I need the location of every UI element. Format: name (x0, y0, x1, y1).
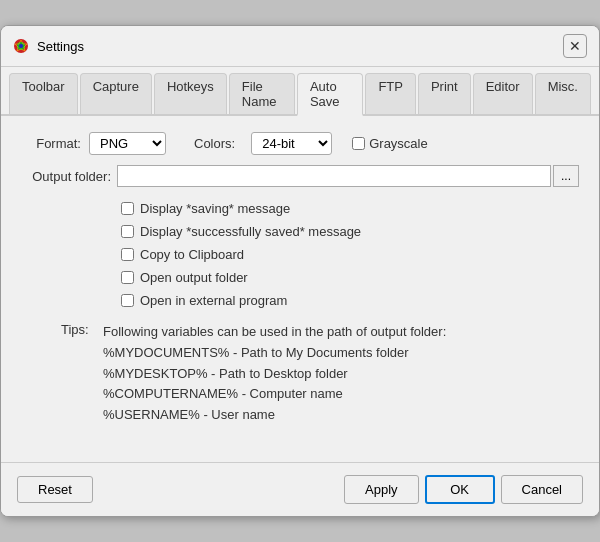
apply-button[interactable]: Apply (344, 475, 419, 504)
colors-label: Colors: (194, 136, 235, 151)
ok-button[interactable]: OK (425, 475, 495, 504)
output-folder-row: Output folder: ... (21, 165, 579, 187)
tab-hotkeys[interactable]: Hotkeys (154, 73, 227, 114)
title-bar-left: Settings (13, 38, 84, 54)
window-title: Settings (37, 39, 84, 54)
format-row: Format: PNG JPG BMP GIF TIFF Colors: 8-b… (21, 132, 579, 155)
tips-var-1: %MYDESKTOP% - Path to Desktop folder (103, 366, 348, 381)
tab-filename[interactable]: File Name (229, 73, 295, 114)
grayscale-row: Grayscale (352, 136, 428, 151)
saving-msg-checkbox[interactable] (121, 202, 134, 215)
tab-bar: Toolbar Capture Hotkeys File Name Auto S… (1, 67, 599, 116)
close-button[interactable]: ✕ (563, 34, 587, 58)
settings-window: Settings ✕ Toolbar Capture Hotkeys File … (0, 25, 600, 517)
tips-intro-text: Following variables can be used in the p… (103, 324, 446, 339)
checkbox-saved-msg: Display *successfully saved* message (121, 224, 579, 239)
tab-editor[interactable]: Editor (473, 73, 533, 114)
clipboard-checkbox[interactable] (121, 248, 134, 261)
tab-print[interactable]: Print (418, 73, 471, 114)
footer-right: Apply OK Cancel (344, 475, 583, 504)
grayscale-label: Grayscale (369, 136, 428, 151)
tab-autosave[interactable]: Auto Save (297, 73, 364, 116)
tips-row: Tips: Following variables can be used in… (61, 322, 579, 426)
app-icon (13, 38, 29, 54)
format-label: Format: (21, 136, 81, 151)
tab-misc[interactable]: Misc. (535, 73, 591, 114)
checkbox-clipboard: Copy to Clipboard (121, 247, 579, 262)
svg-point-2 (19, 44, 23, 48)
open-folder-checkbox[interactable] (121, 271, 134, 284)
tab-ftp[interactable]: FTP (365, 73, 416, 114)
tips-section: Tips: Following variables can be used in… (61, 322, 579, 426)
cancel-button[interactable]: Cancel (501, 475, 583, 504)
open-external-label: Open in external program (140, 293, 287, 308)
tips-var-2: %COMPUTERNAME% - Computer name (103, 386, 343, 401)
colors-select[interactable]: 8-bit 16-bit 24-bit 32-bit (251, 132, 332, 155)
tips-var-3: %USERNAME% - User name (103, 407, 275, 422)
format-select[interactable]: PNG JPG BMP GIF TIFF (89, 132, 166, 155)
clipboard-label: Copy to Clipboard (140, 247, 244, 262)
grayscale-checkbox[interactable] (352, 137, 365, 150)
tab-content: Format: PNG JPG BMP GIF TIFF Colors: 8-b… (1, 116, 599, 442)
open-external-checkbox[interactable] (121, 294, 134, 307)
checkbox-open-folder: Open output folder (121, 270, 579, 285)
output-folder-input[interactable] (117, 165, 551, 187)
output-folder-label: Output folder: (21, 169, 111, 184)
checkbox-saving-msg: Display *saving* message (121, 201, 579, 216)
browse-button[interactable]: ... (553, 165, 579, 187)
open-folder-label: Open output folder (140, 270, 248, 285)
tips-content: Following variables can be used in the p… (103, 322, 446, 426)
reset-button[interactable]: Reset (17, 476, 93, 503)
checkbox-open-external: Open in external program (121, 293, 579, 308)
footer: Reset Apply OK Cancel (1, 462, 599, 516)
title-bar: Settings ✕ (1, 26, 599, 67)
tips-var-0: %MYDOCUMENTS% - Path to My Documents fol… (103, 345, 409, 360)
tab-capture[interactable]: Capture (80, 73, 152, 114)
saving-msg-label: Display *saving* message (140, 201, 290, 216)
saved-msg-label: Display *successfully saved* message (140, 224, 361, 239)
saved-msg-checkbox[interactable] (121, 225, 134, 238)
tab-toolbar[interactable]: Toolbar (9, 73, 78, 114)
tips-label: Tips: (61, 322, 97, 337)
